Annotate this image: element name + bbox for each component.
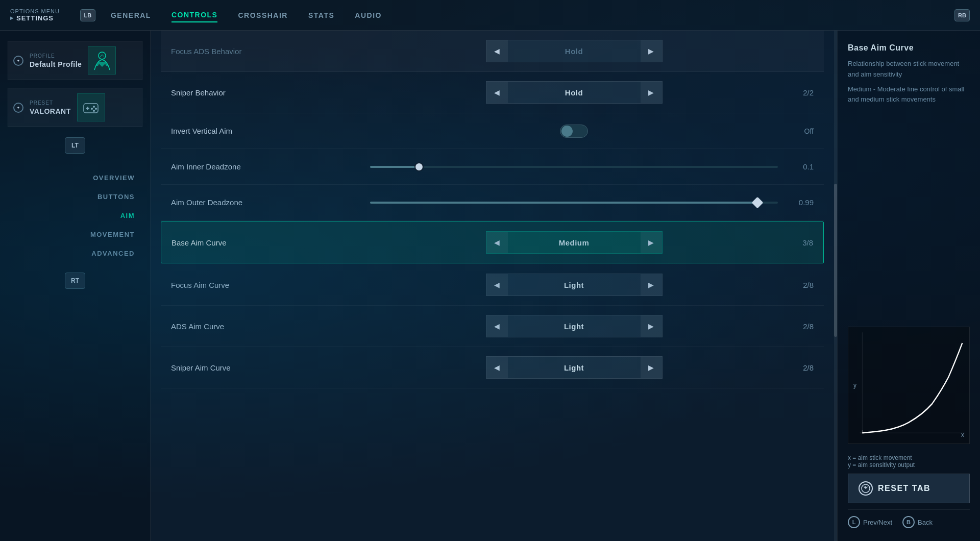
sniper-aim-curve-control: ◀ Light ▶ [365,356,783,379]
aim-outer-deadzone-thumb[interactable] [752,196,764,208]
ads-aim-curve-select[interactable]: ◀ Light ▶ [486,315,663,337]
sniper-aim-curve-next[interactable]: ▶ [641,357,662,378]
x-axis-desc: x = aim stick movement [848,454,970,461]
tab-audio[interactable]: AUDIO [355,9,382,22]
reset-tab-label: RESET TAB [878,484,930,493]
aim-inner-deadzone-slider-container [365,166,783,168]
truncated-value: Hold [508,47,641,56]
y-button-icon [861,484,870,493]
aim-inner-deadzone-track[interactable] [370,166,778,168]
svg-point-0 [99,52,106,59]
setting-row-aim-inner-deadzone: Aim Inner Deadzone 0.1 [161,149,824,185]
svg-rect-7 [87,107,88,110]
profile-info: PROFILE Default Profile [30,53,82,68]
toggle-knob [561,126,573,137]
options-menu-label: OPTIONS MENU [10,8,60,14]
ads-aim-curve-prev[interactable]: ◀ [486,315,508,337]
ads-aim-curve-label: ADS Aim Curve [171,322,365,331]
sniper-behavior-value: Hold [508,88,641,97]
sniper-aim-curve-value: Light [508,363,641,372]
sidebar-nav-menu: OVERVIEW BUTTONS AIM MOVEMENT ADVANCED [8,169,142,262]
prev-next-button[interactable]: L Prev/Next [848,516,892,528]
settings-content-area: Focus ADS Behavior ◀ Hold ▶ Sniper Behav… [151,31,834,541]
tab-controls[interactable]: CONTROLS [172,8,218,22]
focus-aim-curve-value: Light [508,281,641,289]
aim-inner-deadzone-value: 0.1 [783,162,814,171]
svg-point-5 [93,110,95,112]
sniper-aim-curve-prev[interactable]: ◀ [486,357,508,378]
sidebar-item-aim[interactable]: AIM [8,207,142,225]
sidebar-item-advanced[interactable]: ADVANCED [8,244,142,262]
tab-crosshair[interactable]: CROSSHAIR [238,9,288,22]
ads-aim-curve-next[interactable]: ▶ [641,315,662,337]
scroll-thumb [834,184,837,337]
back-button[interactable]: B Back [902,516,933,528]
right-panel-desc2: Medium - Moderate fine control of small … [848,84,970,106]
aim-outer-deadzone-track[interactable] [370,202,778,204]
tab-stats[interactable]: STATS [308,9,334,22]
nav-tabs: GENERAL CONTROLS CROSSHAIR STATS AUDIO [111,8,382,22]
base-aim-curve-next[interactable]: ▶ [641,232,662,253]
sniper-behavior-next[interactable]: ▶ [641,82,662,103]
b-badge: B [902,516,915,528]
sidebar-item-buttons[interactable]: BUTTONS [8,188,142,206]
ads-aim-curve-value: Light [508,322,641,331]
invert-vertical-aim-control [365,125,783,138]
invert-vertical-aim-status: Off [783,127,814,135]
aim-inner-deadzone-thumb[interactable] [414,162,424,171]
tab-general[interactable]: GENERAL [111,9,151,22]
sniper-behavior-select[interactable]: ◀ Hold ▶ [486,81,663,104]
aim-outer-deadzone-value: 0.99 [783,198,814,207]
valorant-agent-icon [92,51,112,71]
truncated-setting-label: Focus ADS Behavior [171,47,365,56]
focus-aim-curve-control: ◀ Light ▶ [365,274,783,296]
sniper-behavior-control: ◀ Hold ▶ [365,81,783,104]
base-aim-curve-select[interactable]: ◀ Medium ▶ [486,231,663,254]
lt-badge[interactable]: LT [65,137,85,154]
sniper-aim-curve-select[interactable]: ◀ Light ▶ [486,356,663,379]
options-menu-section: OPTIONS MENU SETTINGS [10,8,60,22]
focus-aim-curve-prev[interactable]: ◀ [486,274,508,296]
setting-row-invert-vertical-aim: Invert Vertical Aim Off [161,113,824,149]
svg-point-2 [93,106,95,108]
scroll-indicator[interactable] [834,31,837,541]
main-layout: ● PROFILE Default Profile ● PRESET VAL [0,31,980,541]
aim-curve-chart: y x [848,327,970,444]
lb-badge[interactable]: LB [80,9,95,21]
sidebar-item-movement[interactable]: MOVEMENT [8,226,142,243]
sniper-behavior-counter: 2/2 [783,88,814,97]
svg-point-4 [91,108,93,110]
preset-icon: ● [13,103,23,113]
aim-outer-deadzone-label: Aim Outer Deadzone [171,198,365,207]
truncated-next-arrow[interactable]: ▶ [641,40,662,62]
top-navigation: OPTIONS MENU SETTINGS LB GENERAL CONTROL… [0,0,980,31]
prev-next-label: Prev/Next [863,519,892,526]
curve-svg [848,327,969,444]
truncated-prev-arrow[interactable]: ◀ [486,40,508,62]
invert-vertical-aim-toggle[interactable] [560,125,588,138]
aim-outer-deadzone-slider-container [365,202,783,204]
reset-tab-button[interactable]: RESET TAB [848,474,970,503]
rt-badge[interactable]: RT [65,273,85,289]
right-panel-desc1: Relationship between stick movement and … [848,59,970,80]
profile-avatar [88,46,116,75]
focus-aim-curve-select[interactable]: ◀ Light ▶ [486,274,663,296]
ads-aim-curve-counter: 2/8 [783,322,814,331]
y-button-badge [859,481,873,496]
axis-labels: x = aim stick movement y = aim sensitivi… [848,454,970,469]
focus-aim-curve-next[interactable]: ▶ [641,274,662,296]
sniper-behavior-label: Sniper Behavior [171,88,365,97]
back-label: Back [918,519,933,526]
base-aim-curve-value: Medium [508,238,641,247]
sniper-behavior-prev[interactable]: ◀ [486,82,508,103]
base-aim-curve-prev[interactable]: ◀ [486,232,508,253]
focus-aim-curve-counter: 2/8 [783,281,814,289]
rb-badge[interactable]: RB [954,9,970,21]
right-panel-title: Base Aim Curve [848,43,970,53]
invert-vertical-aim-label: Invert Vertical Aim [171,127,365,135]
sidebar-item-overview[interactable]: OVERVIEW [8,169,142,187]
profile-icon: ● [13,56,23,66]
sniper-aim-curve-counter: 2/8 [783,363,814,372]
focus-aim-curve-label: Focus Aim Curve [171,281,365,289]
truncated-select[interactable]: ◀ Hold ▶ [486,40,663,62]
